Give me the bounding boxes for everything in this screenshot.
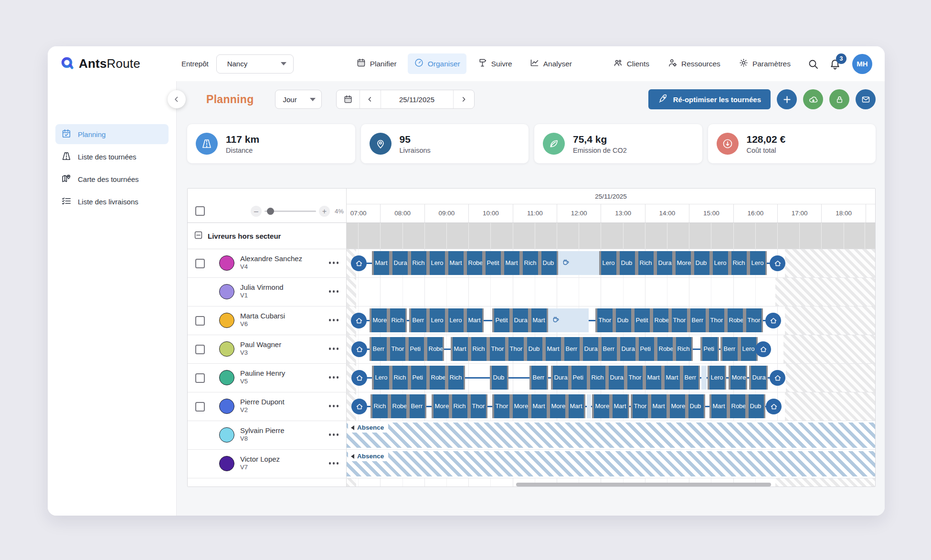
zoom-out-button[interactable]: – xyxy=(251,206,262,217)
driver-checkbox[interactable] xyxy=(195,402,205,412)
depot-home-icon[interactable] xyxy=(765,313,781,328)
depot-home-icon[interactable] xyxy=(351,255,367,271)
delivery-task-block[interactable]: Thor xyxy=(631,394,649,418)
delivery-task-block[interactable]: Mart xyxy=(372,251,391,275)
view-select[interactable]: Jour xyxy=(275,90,322,109)
depot-home-icon[interactable] xyxy=(351,399,367,414)
delivery-task-block[interactable]: Mart xyxy=(544,337,562,361)
delivery-task-block[interactable]: Rich xyxy=(636,251,655,275)
delivery-task-block[interactable]: Mart xyxy=(709,394,728,418)
delivery-task-block[interactable]: More xyxy=(674,251,692,275)
resize-handle-right[interactable] xyxy=(704,394,706,418)
break-block[interactable] xyxy=(548,308,589,332)
nav-item-paramètres[interactable]: Paramètres xyxy=(732,53,797,74)
delivery-task-block[interactable]: Rich xyxy=(409,251,428,275)
driver-menu-button[interactable] xyxy=(329,405,339,407)
delivery-task-block[interactable]: Berr xyxy=(600,337,618,361)
delivery-task-block[interactable]: Dura xyxy=(749,366,768,390)
delivery-task-block[interactable]: Rich xyxy=(370,394,389,418)
depot-home-icon[interactable] xyxy=(351,341,367,357)
delivery-task-block[interactable]: Thor xyxy=(488,337,507,361)
sidebar-item-liste-des-livraisons[interactable]: Liste des livraisons xyxy=(55,191,169,211)
delivery-task-block[interactable]: Lero xyxy=(599,251,618,275)
delivery-task-block[interactable]: Berr xyxy=(529,366,548,390)
collapse-sidebar-button[interactable] xyxy=(168,90,186,108)
delivery-task-block[interactable]: Mart xyxy=(465,308,484,332)
break-block[interactable] xyxy=(701,366,707,390)
resize-handle-right[interactable] xyxy=(765,251,767,275)
zoom-slider-knob[interactable] xyxy=(267,208,274,215)
delivery-task-block[interactable]: Rich xyxy=(446,366,465,390)
driver-menu-button[interactable] xyxy=(329,290,339,293)
mail-button[interactable] xyxy=(856,89,876,109)
calendar-picker-button[interactable] xyxy=(337,90,360,108)
delivery-task-block[interactable]: Dub xyxy=(687,394,705,418)
delivery-task-block[interactable]: Thor xyxy=(670,308,688,332)
resize-handle-right[interactable] xyxy=(725,366,727,390)
delivery-task-block[interactable]: Dura xyxy=(391,251,409,275)
delivery-task-block[interactable]: Lero xyxy=(711,251,730,275)
delivery-task-block[interactable]: Peti xyxy=(409,366,428,390)
depot-home-icon[interactable] xyxy=(351,370,367,386)
driver-menu-button[interactable] xyxy=(329,462,339,465)
delivery-task-block[interactable]: Robe xyxy=(425,337,444,361)
driver-checkbox[interactable] xyxy=(195,259,205,268)
nav-item-organiser[interactable]: Organiser xyxy=(408,53,466,74)
break-block[interactable] xyxy=(587,394,591,418)
delivery-task-block[interactable]: Mart xyxy=(611,394,629,418)
driver-checkbox[interactable] xyxy=(195,373,205,383)
delivery-task-block[interactable]: Robe xyxy=(465,251,484,275)
delivery-task-block[interactable]: Rich xyxy=(388,308,407,332)
warehouse-select[interactable]: Nancy xyxy=(216,54,294,74)
zoom-in-button[interactable]: + xyxy=(319,206,330,217)
delivery-task-block[interactable]: Dub xyxy=(747,394,765,418)
resize-handle-right[interactable] xyxy=(691,337,693,361)
user-avatar[interactable]: MH xyxy=(852,54,872,74)
delivery-task-block[interactable]: Berr xyxy=(409,308,428,332)
delivery-task-block[interactable]: Dub xyxy=(540,251,558,275)
cloud-download-button[interactable] xyxy=(803,89,823,109)
resize-handle-right[interactable] xyxy=(718,337,719,361)
delivery-task-block[interactable]: Thor xyxy=(707,308,726,332)
resize-handle-right[interactable] xyxy=(764,394,766,418)
driver-menu-button[interactable] xyxy=(329,348,339,350)
delivery-task-block[interactable]: Berr xyxy=(562,337,581,361)
delivery-task-block[interactable]: Thor xyxy=(492,394,511,418)
resize-handle-right[interactable] xyxy=(698,366,700,390)
delivery-task-block[interactable]: Mart xyxy=(446,251,465,275)
delivery-task-block[interactable]: Rich xyxy=(391,366,409,390)
collapse-group-icon[interactable] xyxy=(194,231,202,241)
resize-handle-right[interactable] xyxy=(762,308,763,332)
nav-item-planifier[interactable]: Planifier xyxy=(350,53,403,74)
resize-handle-right[interactable] xyxy=(746,366,748,390)
notifications-bell-icon[interactable]: 3 xyxy=(829,58,841,70)
absence-block[interactable] xyxy=(347,423,875,448)
reoptimize-routes-button[interactable]: Ré-optimiser les tournées xyxy=(648,89,771,109)
delivery-task-block[interactable]: Berr xyxy=(370,337,388,361)
delivery-task-block[interactable]: Dub xyxy=(614,308,633,332)
current-date[interactable]: 25/11/2025 xyxy=(381,90,453,108)
delivery-task-block[interactable]: Thor xyxy=(625,366,644,390)
delivery-task-block[interactable]: Lero xyxy=(708,366,726,390)
delivery-task-block[interactable]: Mart xyxy=(649,394,668,418)
resize-handle-right[interactable] xyxy=(425,394,427,418)
delivery-task-block[interactable]: Mart xyxy=(502,251,521,275)
delivery-task-block[interactable]: Lero xyxy=(372,366,391,390)
delivery-task-block[interactable]: Berr xyxy=(720,337,739,361)
delivery-task-block[interactable]: Mart xyxy=(644,366,663,390)
select-all-checkbox[interactable] xyxy=(195,206,205,216)
delivery-task-block[interactable]: Thor xyxy=(744,308,763,332)
resize-handle-right[interactable] xyxy=(584,394,586,418)
delivery-task-block[interactable]: Dura xyxy=(511,308,529,332)
sidebar-item-planning[interactable]: Planning xyxy=(55,124,169,144)
delivery-task-block[interactable]: Mart xyxy=(529,394,548,418)
delivery-task-block[interactable]: Rich xyxy=(469,337,488,361)
delivery-task-block[interactable]: Peti xyxy=(637,337,656,361)
delivery-task-block[interactable]: Robe xyxy=(728,394,747,418)
delivery-task-block[interactable]: Thor xyxy=(507,337,525,361)
resize-handle-right[interactable] xyxy=(482,308,484,332)
nav-item-ressources[interactable]: Ressources xyxy=(661,53,727,74)
resize-handle-right[interactable] xyxy=(628,394,630,418)
delivery-task-block[interactable]: Berr xyxy=(681,366,700,390)
delivery-task-block[interactable]: Dub xyxy=(525,337,544,361)
